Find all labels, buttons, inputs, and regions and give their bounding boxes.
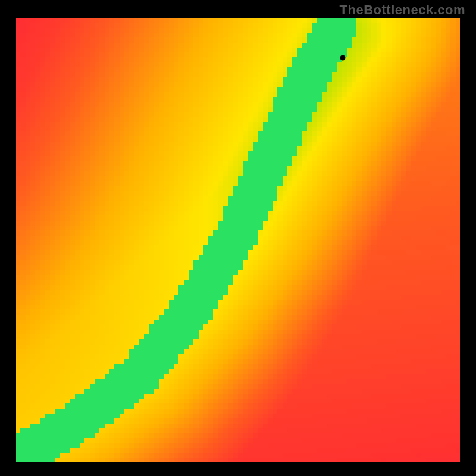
chart-stage: TheBottleneck.com xyxy=(0,0,476,476)
heatmap-canvas xyxy=(15,18,461,463)
heatmap-plot xyxy=(15,18,461,463)
watermark-text: TheBottleneck.com xyxy=(340,2,465,18)
